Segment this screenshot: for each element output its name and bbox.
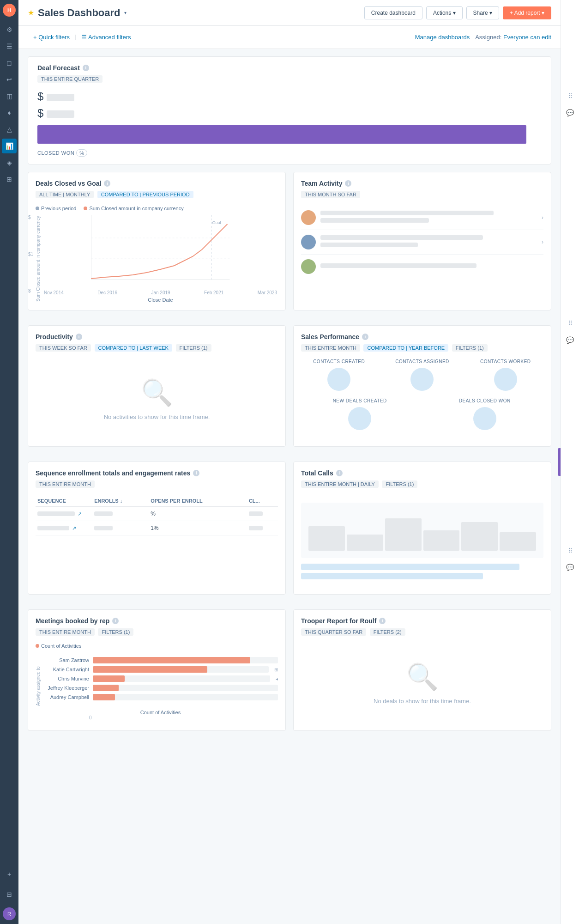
seq-name-blur-2 [37, 526, 69, 530]
team-activity-info-icon[interactable]: i [345, 180, 351, 187]
chart-inner: $ $1 $ [43, 215, 278, 303]
add-report-button[interactable]: + Add report ▾ [503, 6, 551, 19]
productivity-card: Productivity i THIS WEEK SO FAR COMPARED… [28, 325, 286, 447]
deals-chart: Sum Closed amount in company currency $ … [36, 215, 278, 303]
dashboard-content: Deal Forecast i THIS ENTIRE QUARTER $ $ [18, 49, 561, 753]
bar-track-4 [93, 685, 278, 691]
seq-name-2: ↗ [36, 521, 92, 535]
main-content: ★ Sales Dashboard ▾ Create dashboard Act… [18, 0, 561, 924]
panel-icon-1[interactable]: ⠿ [568, 92, 573, 100]
sidebar-icon-dashboard[interactable]: 📊 [2, 139, 17, 153]
seq-enrolls-blur-1 [94, 511, 113, 516]
y-ticks: $ $1 $ [28, 215, 33, 293]
panel-icon-3[interactable]: ⠿ [568, 320, 573, 327]
legend-prev: Previous period [36, 206, 76, 211]
forecast-amount-1: $ [37, 90, 542, 103]
seq-col-sequence: SEQUENCE [36, 495, 92, 507]
perf-contacts-assigned: CONTACTS ASSIGNED [384, 359, 460, 391]
seq-opens-2: 1% [149, 521, 247, 535]
calls-bar-5 [461, 522, 498, 551]
seq-col-opens: OPENS PER ENROLL [149, 495, 247, 507]
advanced-filters-button[interactable]: ☰ Advanced filters [76, 31, 136, 43]
sequence-row-1: ↗ % [36, 507, 278, 521]
seq-link-1[interactable]: ↗ [78, 511, 82, 517]
user-avatar[interactable]: R [3, 907, 16, 920]
sales-performance-info-icon[interactable]: i [362, 334, 368, 340]
sequence-info-icon[interactable]: i [193, 470, 199, 476]
activity-content-1 [320, 211, 537, 225]
productivity-no-data-text: No activities to show for this time fram… [104, 413, 210, 420]
activity-item-2: › [301, 230, 543, 255]
y-axis-label: Sum Closed amount in company currency [36, 215, 43, 303]
meetings-title: Meetings booked by rep i [36, 617, 278, 625]
bar-track-2 [93, 666, 269, 673]
sidebar-icon-add[interactable]: + [2, 867, 17, 881]
bar-label-5: Audrey Campbell [43, 694, 89, 700]
total-calls-info-icon[interactable]: i [336, 470, 343, 476]
sidebar-icon-6[interactable]: ♦ [2, 105, 17, 120]
perf-deals-closed: DEALS CLOSED WON [426, 398, 544, 430]
row-3: Sequence enrollment totals and engagemen… [28, 462, 551, 602]
panel-icon-2[interactable]: 💬 [566, 109, 574, 116]
trooper-info-icon[interactable]: i [379, 618, 386, 624]
title-dropdown-icon[interactable]: ▾ [124, 10, 127, 15]
share-button[interactable]: Share ▾ [466, 6, 499, 19]
activity-text-2a [320, 235, 483, 240]
bar-fill-1 [93, 657, 250, 663]
total-calls-tags: THIS ENTIRE MONTH | DAILY FILTERS (1) [301, 480, 543, 490]
perf-contacts-worked: CONTACTS WORKED [468, 359, 543, 391]
productivity-tag-2: COMPARED TO | LAST WEEK [95, 344, 172, 352]
sales-performance-title: Sales Performance i [301, 333, 543, 340]
sidebar-icon-10[interactable]: ⊞ [2, 172, 17, 187]
meetings-legend: Count of Activities [36, 643, 278, 649]
perf-circle-2 [410, 368, 434, 391]
sidebar-icon-9[interactable]: ◈ [2, 155, 17, 170]
header-left: ★ Sales Dashboard ▾ [28, 7, 127, 19]
panel-icon-6[interactable]: 💬 [566, 564, 574, 571]
trooper-tag-2: FILTERS (2) [370, 628, 405, 636]
perf-label-2: CONTACTS ASSIGNED [384, 359, 460, 364]
bar-row-4: Jeffrey Kleeberger [43, 685, 278, 691]
total-calls-card: Total Calls i THIS ENTIRE MONTH | DAILY … [293, 462, 551, 595]
team-activity-card: Team Activity i THIS MONTH SO FAR › [293, 172, 551, 310]
chevron-right-icon-1[interactable]: › [542, 214, 543, 221]
quick-filters-button[interactable]: + Quick filters [28, 31, 75, 43]
sidebar-icon-5[interactable]: ◫ [2, 89, 17, 103]
perf-circle-5 [473, 407, 496, 430]
trooper-no-data-text: No deals to show for this time frame. [374, 698, 471, 705]
forecast-bar-container [37, 125, 542, 144]
panel-icon-4[interactable]: 💬 [566, 336, 574, 344]
deal-forecast-info-icon[interactable]: i [83, 65, 89, 71]
actions-button[interactable]: Actions ▾ [426, 6, 463, 19]
sidebar-icon-7[interactable]: △ [2, 122, 17, 137]
sidebar-icon-settings[interactable]: ⊟ [2, 887, 17, 902]
row-4: Meetings booked by rep i THIS ENTIRE MON… [28, 609, 551, 738]
sales-perf-tag-2: COMPARED TO | YEAR BEFORE [363, 344, 448, 352]
favorite-star-icon[interactable]: ★ [28, 8, 34, 17]
trooper-no-data: 🔍 No deals to show for this time frame. [301, 643, 543, 723]
create-dashboard-button[interactable]: Create dashboard [364, 6, 422, 19]
sidebar-icon-1[interactable]: ⚙ [2, 22, 17, 37]
deals-closed-info-icon[interactable]: i [104, 180, 110, 187]
sequence-tbody: ↗ % ↗ [36, 507, 278, 535]
manage-dashboards-link[interactable]: Manage dashboards [415, 34, 470, 41]
productivity-info-icon[interactable]: i [76, 334, 82, 340]
sidebar-icon-3[interactable]: ◻ [2, 55, 17, 70]
closed-won-label: CLOSED WON % [37, 149, 87, 157]
chevron-right-icon-2[interactable]: › [542, 239, 543, 245]
assigned-value-link[interactable]: Everyone can edit [503, 34, 551, 41]
team-activity-tags: THIS MONTH SO FAR [301, 191, 543, 200]
perf-grid-top: CONTACTS CREATED CONTACTS ASSIGNED CONTA… [301, 359, 543, 391]
productivity-tags: THIS WEEK SO FAR COMPARED TO | LAST WEEK… [36, 344, 278, 353]
seq-link-2[interactable]: ↗ [72, 525, 76, 531]
sidebar-icon-2[interactable]: ☰ [2, 39, 17, 54]
meetings-info-icon[interactable]: i [112, 618, 119, 624]
sidebar-icon-4[interactable]: ↩ [2, 72, 17, 87]
filter-left: + Quick filters ☰ Advanced filters [28, 31, 137, 43]
bar-label-1: Sam Zastrow [43, 657, 89, 663]
forecast-progress-bar [37, 125, 526, 144]
bar-fill-3 [93, 675, 125, 682]
trooper-tags: THIS QUARTER SO FAR FILTERS (2) [301, 628, 543, 638]
calls-summary-bars [301, 564, 543, 579]
panel-icon-5[interactable]: ⠿ [568, 547, 573, 554]
